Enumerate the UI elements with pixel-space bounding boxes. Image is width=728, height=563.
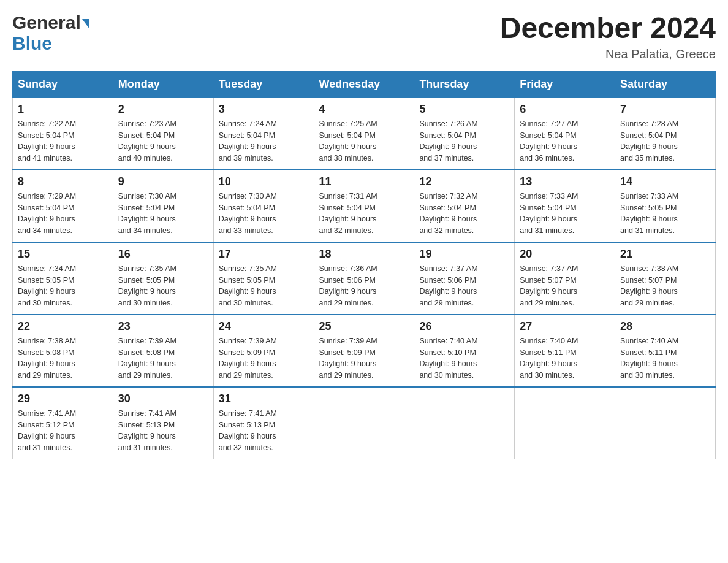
day-number: 24 bbox=[219, 320, 309, 333]
calendar-cell: 28Sunrise: 7:40 AMSunset: 5:11 PMDayligh… bbox=[615, 315, 716, 387]
day-number: 7 bbox=[620, 103, 710, 116]
day-number: 9 bbox=[118, 175, 208, 188]
calendar-cell: 26Sunrise: 7:40 AMSunset: 5:10 PMDayligh… bbox=[414, 315, 515, 387]
day-info: Sunrise: 7:38 AMSunset: 5:08 PMDaylight:… bbox=[18, 335, 108, 381]
day-info: Sunrise: 7:35 AMSunset: 5:05 PMDaylight:… bbox=[118, 263, 208, 309]
calendar-cell: 22Sunrise: 7:38 AMSunset: 5:08 PMDayligh… bbox=[13, 315, 113, 387]
day-number: 15 bbox=[18, 248, 108, 261]
calendar-cell: 4Sunrise: 7:25 AMSunset: 5:04 PMDaylight… bbox=[314, 98, 414, 170]
calendar-header-friday: Friday bbox=[515, 71, 615, 98]
calendar-cell: 20Sunrise: 7:37 AMSunset: 5:07 PMDayligh… bbox=[515, 242, 615, 315]
logo-arrow-icon bbox=[82, 19, 89, 29]
day-info: Sunrise: 7:41 AMSunset: 5:13 PMDaylight:… bbox=[118, 408, 208, 454]
day-info: Sunrise: 7:39 AMSunset: 5:09 PMDaylight:… bbox=[319, 335, 409, 381]
logo-general-text: General bbox=[12, 12, 81, 33]
day-number: 18 bbox=[319, 248, 409, 261]
calendar-cell: 7Sunrise: 7:28 AMSunset: 5:04 PMDaylight… bbox=[615, 98, 716, 170]
calendar-cell: 1Sunrise: 7:22 AMSunset: 5:04 PMDaylight… bbox=[13, 98, 113, 170]
day-number: 29 bbox=[18, 393, 108, 405]
day-number: 28 bbox=[620, 320, 710, 333]
calendar-cell: 8Sunrise: 7:29 AMSunset: 5:04 PMDaylight… bbox=[13, 170, 113, 242]
calendar-cell: 25Sunrise: 7:39 AMSunset: 5:09 PMDayligh… bbox=[314, 315, 414, 387]
day-info: Sunrise: 7:39 AMSunset: 5:09 PMDaylight:… bbox=[219, 335, 309, 381]
day-number: 10 bbox=[219, 175, 309, 188]
calendar-cell: 12Sunrise: 7:32 AMSunset: 5:04 PMDayligh… bbox=[414, 170, 515, 242]
calendar-header-sunday: Sunday bbox=[13, 71, 113, 98]
logo-blue-text: Blue bbox=[12, 33, 52, 53]
calendar-cell: 10Sunrise: 7:30 AMSunset: 5:04 PMDayligh… bbox=[213, 170, 314, 242]
day-info: Sunrise: 7:33 AMSunset: 5:04 PMDaylight:… bbox=[520, 191, 610, 237]
day-number: 22 bbox=[18, 320, 108, 333]
calendar-cell bbox=[314, 387, 414, 459]
day-number: 31 bbox=[219, 393, 309, 405]
calendar-header-saturday: Saturday bbox=[615, 71, 716, 98]
day-info: Sunrise: 7:29 AMSunset: 5:04 PMDaylight:… bbox=[18, 191, 108, 237]
day-info: Sunrise: 7:35 AMSunset: 5:05 PMDaylight:… bbox=[219, 263, 309, 309]
day-number: 12 bbox=[419, 175, 509, 188]
calendar-cell: 16Sunrise: 7:35 AMSunset: 5:05 PMDayligh… bbox=[113, 242, 213, 315]
calendar-cell: 13Sunrise: 7:33 AMSunset: 5:04 PMDayligh… bbox=[515, 170, 615, 242]
calendar-cell: 9Sunrise: 7:30 AMSunset: 5:04 PMDaylight… bbox=[113, 170, 213, 242]
day-info: Sunrise: 7:28 AMSunset: 5:04 PMDaylight:… bbox=[620, 118, 710, 164]
day-info: Sunrise: 7:24 AMSunset: 5:04 PMDaylight:… bbox=[219, 118, 309, 164]
calendar-week-4: 22Sunrise: 7:38 AMSunset: 5:08 PMDayligh… bbox=[13, 315, 716, 387]
day-info: Sunrise: 7:23 AMSunset: 5:04 PMDaylight:… bbox=[118, 118, 208, 164]
day-number: 13 bbox=[520, 175, 610, 188]
calendar-cell: 19Sunrise: 7:37 AMSunset: 5:06 PMDayligh… bbox=[414, 242, 515, 315]
calendar-header-wednesday: Wednesday bbox=[314, 71, 414, 98]
calendar-cell: 5Sunrise: 7:26 AMSunset: 5:04 PMDaylight… bbox=[414, 98, 515, 170]
day-number: 6 bbox=[520, 103, 610, 116]
day-info: Sunrise: 7:37 AMSunset: 5:06 PMDaylight:… bbox=[419, 263, 509, 309]
day-info: Sunrise: 7:33 AMSunset: 5:05 PMDaylight:… bbox=[620, 191, 710, 237]
day-info: Sunrise: 7:41 AMSunset: 5:12 PMDaylight:… bbox=[18, 408, 108, 454]
day-number: 4 bbox=[319, 103, 409, 116]
calendar-header-monday: Monday bbox=[113, 71, 213, 98]
calendar-week-1: 1Sunrise: 7:22 AMSunset: 5:04 PMDaylight… bbox=[13, 98, 716, 170]
day-info: Sunrise: 7:40 AMSunset: 5:11 PMDaylight:… bbox=[520, 335, 610, 381]
calendar-cell bbox=[515, 387, 615, 459]
calendar-cell: 18Sunrise: 7:36 AMSunset: 5:06 PMDayligh… bbox=[314, 242, 414, 315]
day-number: 30 bbox=[118, 393, 208, 405]
location-label: Nea Palatia, Greece bbox=[500, 47, 716, 61]
day-info: Sunrise: 7:30 AMSunset: 5:04 PMDaylight:… bbox=[219, 191, 309, 237]
calendar-cell: 3Sunrise: 7:24 AMSunset: 5:04 PMDaylight… bbox=[213, 98, 314, 170]
day-info: Sunrise: 7:26 AMSunset: 5:04 PMDaylight:… bbox=[419, 118, 509, 164]
calendar-cell: 30Sunrise: 7:41 AMSunset: 5:13 PMDayligh… bbox=[113, 387, 213, 459]
day-number: 3 bbox=[219, 103, 309, 116]
day-info: Sunrise: 7:37 AMSunset: 5:07 PMDaylight:… bbox=[520, 263, 610, 309]
day-number: 17 bbox=[219, 248, 309, 261]
calendar-cell: 17Sunrise: 7:35 AMSunset: 5:05 PMDayligh… bbox=[213, 242, 314, 315]
day-info: Sunrise: 7:25 AMSunset: 5:04 PMDaylight:… bbox=[319, 118, 409, 164]
day-number: 27 bbox=[520, 320, 610, 333]
day-number: 23 bbox=[118, 320, 208, 333]
day-info: Sunrise: 7:40 AMSunset: 5:11 PMDaylight:… bbox=[620, 335, 710, 381]
day-info: Sunrise: 7:40 AMSunset: 5:10 PMDaylight:… bbox=[419, 335, 509, 381]
calendar-header-tuesday: Tuesday bbox=[213, 71, 314, 98]
calendar-cell: 15Sunrise: 7:34 AMSunset: 5:05 PMDayligh… bbox=[13, 242, 113, 315]
day-number: 8 bbox=[18, 175, 108, 188]
day-number: 1 bbox=[18, 103, 108, 116]
calendar-header-row: SundayMondayTuesdayWednesdayThursdayFrid… bbox=[13, 71, 716, 98]
calendar-cell: 21Sunrise: 7:38 AMSunset: 5:07 PMDayligh… bbox=[615, 242, 716, 315]
day-info: Sunrise: 7:38 AMSunset: 5:07 PMDaylight:… bbox=[620, 263, 710, 309]
day-number: 25 bbox=[319, 320, 409, 333]
day-info: Sunrise: 7:27 AMSunset: 5:04 PMDaylight:… bbox=[520, 118, 610, 164]
calendar-table: SundayMondayTuesdayWednesdayThursdayFrid… bbox=[12, 71, 716, 459]
day-info: Sunrise: 7:41 AMSunset: 5:13 PMDaylight:… bbox=[219, 408, 309, 454]
day-number: 5 bbox=[419, 103, 509, 116]
calendar-week-5: 29Sunrise: 7:41 AMSunset: 5:12 PMDayligh… bbox=[13, 387, 716, 459]
day-number: 16 bbox=[118, 248, 208, 261]
calendar-cell: 24Sunrise: 7:39 AMSunset: 5:09 PMDayligh… bbox=[213, 315, 314, 387]
calendar-body: 1Sunrise: 7:22 AMSunset: 5:04 PMDaylight… bbox=[13, 98, 716, 459]
logo: General Blue bbox=[12, 12, 89, 54]
day-info: Sunrise: 7:36 AMSunset: 5:06 PMDaylight:… bbox=[319, 263, 409, 309]
calendar-cell: 14Sunrise: 7:33 AMSunset: 5:05 PMDayligh… bbox=[615, 170, 716, 242]
calendar-cell: 23Sunrise: 7:39 AMSunset: 5:08 PMDayligh… bbox=[113, 315, 213, 387]
day-number: 11 bbox=[319, 175, 409, 188]
calendar-cell: 11Sunrise: 7:31 AMSunset: 5:04 PMDayligh… bbox=[314, 170, 414, 242]
day-number: 19 bbox=[419, 248, 509, 261]
page-header: General Blue December 2024 Nea Palatia, … bbox=[12, 12, 716, 61]
calendar-cell: 2Sunrise: 7:23 AMSunset: 5:04 PMDaylight… bbox=[113, 98, 213, 170]
day-info: Sunrise: 7:34 AMSunset: 5:05 PMDaylight:… bbox=[18, 263, 108, 309]
day-number: 2 bbox=[118, 103, 208, 116]
